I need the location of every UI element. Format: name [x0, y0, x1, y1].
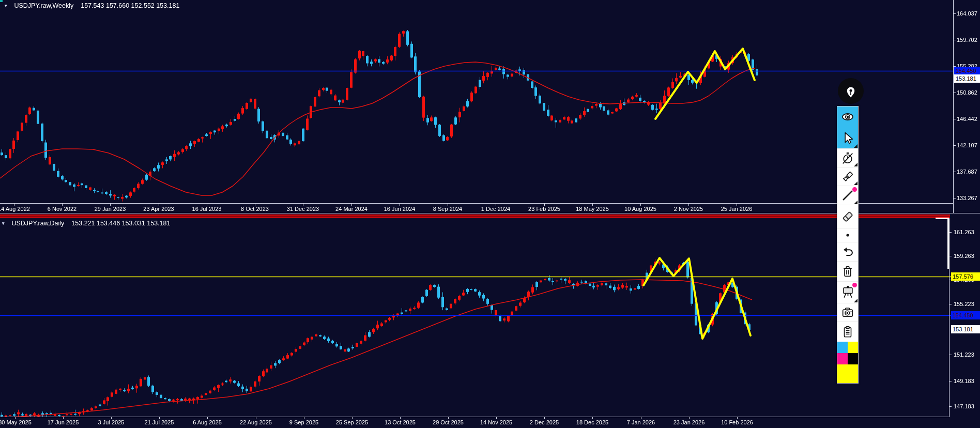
color-swatch-yellow-large[interactable] — [837, 364, 858, 383]
tool-board[interactable] — [837, 281, 858, 303]
time-tick — [62, 204, 63, 206]
weekly-symbol-label: USDJPY.raw,Weekly — [14, 2, 73, 9]
time-tick-label: 2 Dec 2025 — [530, 419, 559, 425]
window-separator[interactable] — [0, 213, 980, 213]
time-tick-label: 29 Jan 2023 — [95, 206, 126, 212]
collapse-arrow-icon[interactable]: ▼ — [1, 221, 5, 226]
daily-time-axis-border — [0, 417, 950, 417]
eraser-icon — [840, 209, 855, 224]
time-tick-label: 14 Nov 2025 — [480, 419, 512, 425]
cursor-icon — [841, 131, 854, 145]
terminal-window: ▼USDJPY.raw,Weekly157.543 157.660 152.55… — [0, 0, 980, 428]
time-tick-label: 25 Jan 2026 — [721, 206, 753, 212]
time-tick-label: 30 May 2025 — [0, 419, 32, 425]
time-tick — [159, 417, 160, 419]
time-tick — [641, 417, 641, 419]
time-tick-label: 18 May 2025 — [576, 206, 609, 212]
time-tick-label: 23 Apr 2023 — [143, 206, 174, 212]
clipboard-icon — [841, 325, 854, 339]
time-tick — [159, 204, 159, 206]
time-tick — [400, 417, 401, 419]
tool-clipboard[interactable] — [837, 321, 858, 342]
time-tick — [592, 417, 593, 419]
collapse-arrow-icon[interactable]: ▼ — [4, 3, 8, 8]
time-tick — [544, 417, 545, 419]
time-tick — [496, 204, 496, 206]
daily-ohlc-values: 153.221 153.446 153.031 153.181 — [71, 220, 170, 227]
color-swatch-black[interactable] — [848, 353, 858, 364]
current-price-label: 153.181 — [954, 74, 980, 83]
time-tick — [207, 417, 208, 419]
time-tick-label: 6 Aug 2025 — [193, 419, 222, 425]
marker-icon — [841, 170, 854, 184]
time-tick — [15, 417, 16, 419]
weekly-chart-title: ▼USDJPY.raw,Weekly157.543 157.660 152.55… — [4, 2, 179, 9]
tool-trendline[interactable] — [837, 186, 858, 205]
weekly-chart[interactable] — [0, 0, 953, 203]
time-tick — [255, 204, 255, 206]
daily-chart[interactable] — [0, 218, 953, 417]
tool-eraser[interactable] — [837, 205, 858, 228]
color-palette — [837, 342, 858, 364]
time-tick-label: 25 Sep 2025 — [336, 419, 368, 425]
tool-screenshot[interactable] — [837, 303, 858, 321]
dot-icon — [844, 232, 851, 239]
time-tick — [14, 204, 14, 206]
pen-tool-button[interactable] — [838, 78, 864, 104]
time-tick — [496, 417, 497, 419]
tool-timer[interactable] — [837, 148, 858, 167]
hline-price-label: 154.450 — [951, 311, 980, 319]
time-tick-label: 21 Jul 2025 — [145, 419, 174, 425]
time-tick-label: 31 Dec 2023 — [287, 206, 319, 212]
easel-icon — [841, 285, 855, 299]
color-swatch-yellow[interactable] — [848, 342, 858, 353]
color-swatch-magenta[interactable] — [837, 353, 848, 364]
time-tick-label: 16 Jul 2023 — [192, 206, 222, 212]
time-tick — [737, 204, 737, 206]
trash-icon — [841, 265, 854, 278]
weekly-ohlc-values: 157.543 157.660 152.552 153.181 — [81, 2, 179, 9]
tool-undo[interactable] — [837, 242, 858, 261]
time-tick — [640, 204, 641, 206]
weekly-price-axis-border — [953, 0, 954, 213]
time-tick — [737, 417, 738, 419]
time-tick-label: 6 Nov 2022 — [48, 206, 76, 212]
time-tick — [400, 204, 400, 206]
time-tick — [352, 417, 353, 419]
time-tick-label: 22 Aug 2025 — [240, 419, 272, 425]
undo-arrow-icon — [841, 245, 854, 258]
tool-cursor[interactable] — [837, 127, 858, 148]
time-tick-label: 7 Jan 2026 — [627, 419, 655, 425]
eye-icon — [841, 110, 854, 124]
tool-delete[interactable] — [837, 261, 858, 281]
time-tick-label: 16 Jun 2024 — [384, 206, 416, 212]
daily-window-border-bar — [947, 219, 950, 269]
time-tick — [544, 204, 545, 206]
tool-dot[interactable] — [837, 228, 858, 242]
pen-nib-icon — [843, 83, 859, 99]
time-tick — [256, 417, 256, 419]
hline-price-label: 157.576 — [951, 272, 980, 281]
time-tick — [303, 204, 303, 206]
time-tick — [688, 204, 689, 206]
hline-price-label: 154.450 — [954, 67, 980, 75]
time-tick-label: 24 Mar 2024 — [335, 206, 368, 212]
drawing-toolbar — [837, 106, 859, 384]
time-tick-label: 17 Jun 2025 — [48, 419, 79, 425]
time-tick-label: 1 Dec 2024 — [481, 206, 510, 212]
time-tick-label: 10 Aug 2025 — [624, 206, 656, 212]
time-tick-label: 3 Jul 2025 — [98, 419, 125, 425]
time-tick-label: 8 Oct 2023 — [241, 206, 269, 212]
time-tick-label: 18 Dec 2025 — [576, 419, 608, 425]
time-tick — [351, 204, 352, 206]
time-tick-label: 13 Oct 2025 — [385, 419, 416, 425]
time-tick-label: 9 Sep 2025 — [289, 419, 318, 425]
tool-marker[interactable] — [837, 167, 858, 186]
time-tick-label: 23 Jan 2026 — [673, 419, 705, 425]
time-tick-label: 10 Feb 2026 — [721, 419, 753, 425]
daily-symbol-label: USDJPY.raw,Daily — [11, 220, 64, 227]
color-swatch-cyan[interactable] — [837, 342, 848, 353]
daily-window-border-corner — [936, 218, 949, 219]
tool-visibility[interactable] — [837, 106, 858, 127]
camera-icon — [841, 305, 854, 319]
